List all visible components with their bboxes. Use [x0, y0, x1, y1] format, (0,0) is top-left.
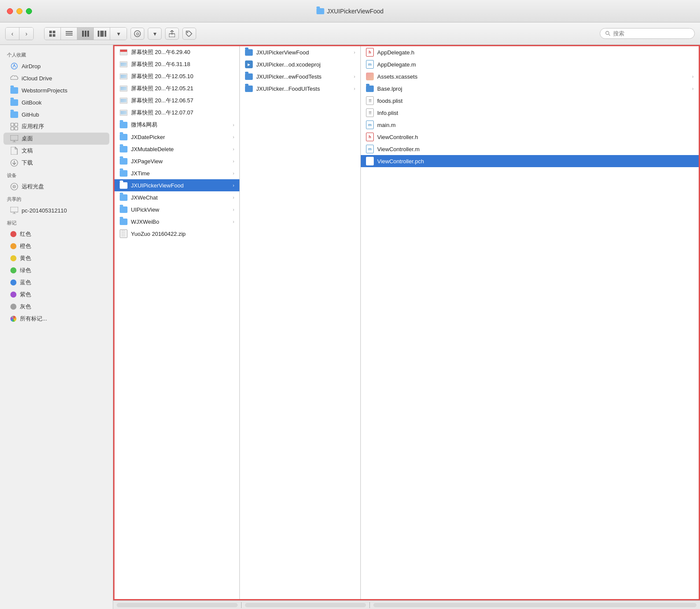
- chevron-right-icon: ›: [233, 171, 234, 176]
- list-item[interactable]: 屏幕快照 20...午12.05.21: [115, 82, 239, 95]
- tag-button[interactable]: [182, 28, 196, 40]
- m-file-icon: m: [366, 121, 374, 128]
- close-button[interactable]: [7, 8, 13, 14]
- list-item[interactable]: 屏幕快照 20...午6.31.18: [115, 58, 239, 70]
- tag-orange-dot: [10, 243, 16, 249]
- monitor-icon: [10, 206, 18, 214]
- list-item[interactable]: JXPageView ›: [115, 155, 239, 167]
- sidebar-item-tag-red[interactable]: 红色: [3, 228, 109, 240]
- list-item[interactable]: YuoZuo 20160422.zip: [115, 228, 239, 240]
- list-item[interactable]: JXUIPickerViewFood ›: [240, 46, 360, 58]
- list-item[interactable]: WJXWeiBo ›: [115, 216, 239, 228]
- list-item[interactable]: m AppDelegate.m: [361, 58, 699, 70]
- list-item[interactable]: JXUIPicker...ewFoodTests ›: [240, 70, 360, 82]
- sidebar-item-tag-purple[interactable]: 紫色: [3, 289, 109, 301]
- scrollbar-track-3[interactable]: [373, 603, 697, 607]
- column-view-button[interactable]: [77, 28, 94, 40]
- search-box[interactable]: [600, 28, 695, 39]
- list-item[interactable]: JXDatePicker ›: [115, 131, 239, 143]
- list-item[interactable]: ▶ JXUIPicker...od.xcodeproj: [240, 58, 360, 70]
- svg-rect-7: [82, 31, 84, 37]
- list-view-button[interactable]: [61, 28, 77, 40]
- sidebar-label-tag-red: 红色: [20, 230, 31, 238]
- sidebar-item-tag-green[interactable]: 绿色: [3, 264, 109, 276]
- scrollbar-track-2[interactable]: [245, 603, 366, 607]
- chevron-right-icon: ›: [233, 219, 234, 224]
- minimize-button[interactable]: [16, 8, 22, 14]
- sidebar-item-apps[interactable]: 应用程序: [3, 121, 109, 133]
- svg-text:⚙: ⚙: [136, 32, 140, 36]
- list-item[interactable]: Assets.xcassets ›: [361, 70, 699, 82]
- list-item[interactable]: 屏幕快照 20...午12.07.07: [115, 107, 239, 119]
- action-button[interactable]: ⚙: [130, 28, 144, 40]
- window-title: JXUIPickerViewFood: [316, 8, 383, 15]
- back-button[interactable]: ‹: [6, 28, 19, 40]
- more-action-button[interactable]: ▾: [148, 28, 162, 40]
- svg-rect-2: [49, 34, 52, 37]
- sidebar-item-tag-blue[interactable]: 蓝色: [3, 276, 109, 289]
- list-item-selected[interactable]: JXUIPickerViewFood ›: [115, 179, 239, 191]
- svg-point-20: [14, 64, 15, 66]
- sidebar-item-gitbook[interactable]: GitBook: [3, 96, 109, 108]
- sidebar-item-documents[interactable]: 文稿: [3, 145, 109, 157]
- sidebar-item-tag-orange[interactable]: 橙色: [3, 240, 109, 252]
- list-item[interactable]: Base.lproj ›: [361, 82, 699, 95]
- svg-rect-8: [85, 31, 86, 37]
- list-item[interactable]: JXTime ›: [115, 167, 239, 179]
- bottom-scrollbar: [113, 600, 700, 609]
- list-item-selected[interactable]: pch ViewController.pch: [361, 155, 699, 167]
- sidebar-label-tag-green: 绿色: [20, 266, 31, 274]
- list-item[interactable]: m ViewController.m: [361, 143, 699, 155]
- chevron-right-icon: ›: [233, 123, 234, 127]
- sidebar-item-tag-yellow[interactable]: 黄色: [3, 252, 109, 264]
- item-label: ViewController.h: [377, 134, 418, 140]
- list-item[interactable]: UIPickView ›: [115, 203, 239, 216]
- sidebar-item-disc[interactable]: 远程光盘: [3, 181, 109, 193]
- list-item[interactable]: 屏幕快照 20...午12.06.57: [115, 95, 239, 107]
- item-label: Base.lproj: [377, 86, 402, 92]
- svg-rect-4: [66, 31, 73, 32]
- sidebar: 个人收藏 AirDrop iCloud Drive WebstormProjec…: [0, 45, 113, 609]
- scrollbar-track[interactable]: [117, 603, 238, 607]
- sidebar-item-desktop[interactable]: 桌面: [3, 133, 109, 145]
- sidebar-item-tag-all[interactable]: 所有标记...: [3, 313, 109, 325]
- list-item[interactable]: m main.m: [361, 119, 699, 131]
- more-view-button[interactable]: ▾: [110, 28, 127, 40]
- icon-view-button[interactable]: [45, 28, 61, 40]
- sidebar-item-downloads[interactable]: 下载: [3, 157, 109, 169]
- sidebar-item-icloud[interactable]: iCloud Drive: [3, 72, 109, 84]
- screenshot-icon: [120, 61, 127, 68]
- screenshot-icon: [120, 97, 127, 104]
- list-item[interactable]: 屏幕快照 20...午12.05.10: [115, 70, 239, 82]
- list-item[interactable]: JXMutableDelete ›: [115, 143, 239, 155]
- share-button[interactable]: [165, 28, 179, 40]
- list-item[interactable]: JXWeChat ›: [115, 191, 239, 203]
- title-folder-icon: [316, 8, 324, 14]
- maximize-button[interactable]: [26, 8, 32, 14]
- sidebar-item-tag-gray[interactable]: 灰色: [3, 301, 109, 313]
- item-label: JXMutableDelete: [131, 146, 174, 152]
- item-label: JXWeChat: [131, 194, 158, 201]
- list-item[interactable]: ☰ foods.plist: [361, 95, 699, 107]
- list-item[interactable]: h ViewController.h: [361, 131, 699, 143]
- gallery-view-button[interactable]: [94, 28, 110, 40]
- list-item[interactable]: 屏幕快照 20...午6.29.40: [115, 46, 239, 58]
- sidebar-item-github[interactable]: GitHub: [3, 108, 109, 121]
- sidebar-label-github: GitHub: [22, 111, 39, 118]
- sidebar-label-apps: 应用程序: [22, 123, 44, 130]
- list-item[interactable]: 微博&网易 ›: [115, 119, 239, 131]
- sidebar-item-pc[interactable]: pc-201405312110: [3, 204, 109, 216]
- search-input[interactable]: [613, 30, 689, 37]
- list-item[interactable]: JXUIPicker...FoodUITests ›: [240, 82, 360, 95]
- item-label: Info.plist: [377, 110, 398, 116]
- list-item[interactable]: ☰ Info.plist: [361, 107, 699, 119]
- sidebar-item-airdrop[interactable]: AirDrop: [3, 60, 109, 72]
- list-item[interactable]: h AppDelegate.h: [361, 46, 699, 58]
- content-area: 屏幕快照 20...午6.29.40 屏幕快照 20...午6.31.18 屏幕…: [113, 45, 700, 609]
- screenshot-icon: [120, 109, 127, 116]
- folder-icon: [120, 146, 127, 152]
- forward-button[interactable]: ›: [19, 28, 33, 40]
- svg-rect-32: [10, 207, 18, 212]
- toolbar: ‹ › ▾ ⚙ ▾: [0, 22, 700, 45]
- sidebar-item-webstorm[interactable]: WebstormProjects: [3, 84, 109, 96]
